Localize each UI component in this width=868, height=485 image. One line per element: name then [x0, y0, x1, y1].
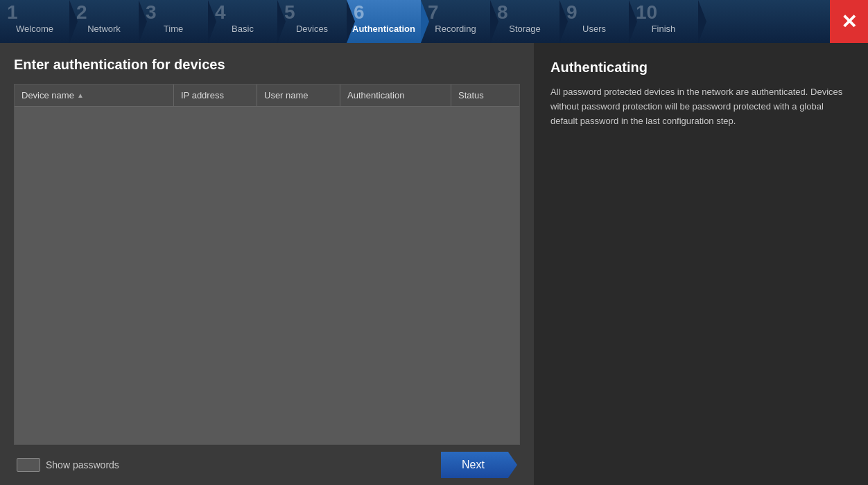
nav-item-time[interactable]: 3 Time — [139, 0, 208, 43]
step-label-recording: Recording — [435, 24, 476, 34]
col-user-name[interactable]: User name — [257, 85, 340, 106]
nav-item-devices[interactable]: 5 Devices — [277, 0, 347, 43]
next-button[interactable]: Next — [441, 452, 517, 478]
top-navigation: 1 Welcome 2 Network 3 Time 4 Basic 5 Dev… — [0, 0, 868, 43]
step-number-8: 8 — [497, 3, 508, 22]
table-header: Device name ▲ IP address User name Authe… — [15, 85, 519, 107]
devices-table: Device name ▲ IP address User name Authe… — [14, 84, 520, 445]
step-label-authentication: Authentication — [352, 24, 415, 34]
close-button[interactable]: ✕ — [830, 0, 868, 43]
col-device-name-label: Device name — [21, 90, 74, 100]
step-label-welcome: Welcome — [16, 24, 53, 34]
table-body — [15, 107, 519, 444]
step-label-finish: Finish — [652, 24, 676, 34]
sort-arrow-icon: ▲ — [77, 91, 84, 99]
show-passwords-checkbox[interactable] — [17, 458, 40, 472]
step-label-storage: Storage — [509, 24, 541, 34]
step-number-9: 9 — [566, 3, 578, 22]
right-panel: Authenticating All password protected de… — [534, 43, 868, 485]
step-label-basic: Basic — [232, 24, 254, 34]
nav-item-authentication[interactable]: 6 Authentication — [347, 0, 421, 43]
page-title: Enter authentication for devices — [14, 57, 520, 73]
step-label-network: Network — [87, 24, 121, 34]
step-number-2: 2 — [76, 3, 87, 22]
step-number-3: 3 — [146, 3, 157, 22]
step-number-1: 1 — [7, 3, 18, 22]
nav-item-finish[interactable]: 10 Finish — [629, 0, 698, 43]
col-authentication[interactable]: Authentication — [340, 85, 451, 106]
sidebar-title: Authenticating — [550, 60, 851, 76]
bottom-bar: Show passwords Next — [14, 452, 520, 478]
col-status-label: Status — [458, 90, 484, 100]
col-ip-address-label: IP address — [181, 90, 224, 100]
col-status[interactable]: Status — [451, 85, 519, 106]
show-passwords-control[interactable]: Show passwords — [17, 458, 119, 472]
nav-item-storage[interactable]: 8 Storage — [490, 0, 559, 43]
step-number-5: 5 — [284, 3, 295, 22]
nav-item-users[interactable]: 9 Users — [559, 0, 629, 43]
sidebar-description: All password protected devices in the ne… — [550, 85, 851, 128]
show-passwords-label: Show passwords — [46, 459, 119, 470]
col-authentication-label: Authentication — [347, 90, 404, 100]
nav-spacer — [698, 0, 830, 43]
step-label-users: Users — [582, 24, 606, 34]
main-content: Enter authentication for devices Device … — [0, 43, 868, 485]
nav-item-recording[interactable]: 7 Recording — [421, 0, 490, 43]
step-label-devices: Devices — [296, 24, 328, 34]
step-number-6: 6 — [354, 3, 365, 22]
step-label-time: Time — [164, 24, 183, 34]
nav-item-basic[interactable]: 4 Basic — [208, 0, 277, 43]
col-ip-address[interactable]: IP address — [174, 85, 257, 106]
nav-item-welcome[interactable]: 1 Welcome — [0, 0, 69, 43]
nav-item-network[interactable]: 2 Network — [69, 0, 139, 43]
left-panel: Enter authentication for devices Device … — [0, 43, 534, 485]
col-device-name[interactable]: Device name ▲ — [15, 85, 174, 106]
step-number-4: 4 — [215, 3, 226, 22]
step-number-7: 7 — [428, 3, 439, 22]
col-user-name-label: User name — [264, 90, 309, 100]
step-number-10: 10 — [636, 3, 657, 22]
